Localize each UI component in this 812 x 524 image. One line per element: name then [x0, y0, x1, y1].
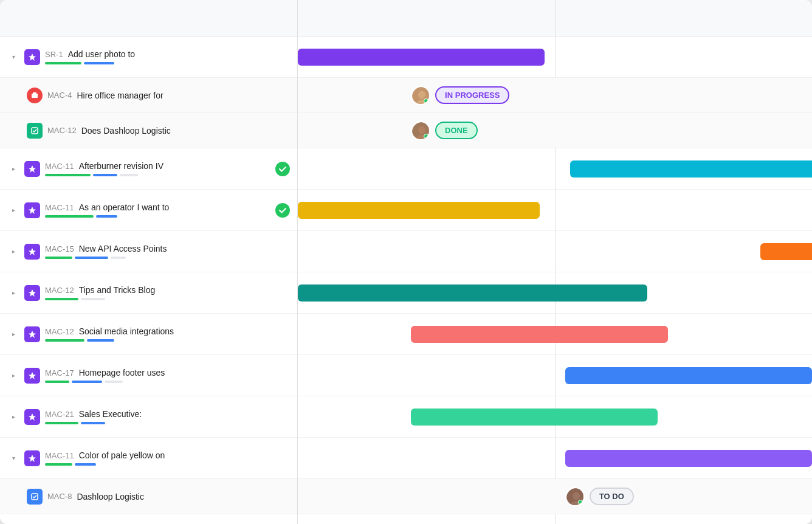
epic-info: MAC-8 Dashloop Logistic	[47, 492, 290, 502]
epic-icon-purple	[24, 202, 40, 218]
epic-title: Hire office manager for	[77, 91, 163, 100]
epic-row: ▸ MAC-21 Sales Executive:	[0, 396, 297, 438]
epic-title: Afterburner revision IV	[79, 161, 163, 171]
gantt-row	[298, 355, 812, 396]
expand-button[interactable]: ▸	[7, 287, 19, 299]
content-area: ▾ SR-1 Add user photo to MAC-4 Hire offi…	[0, 36, 812, 524]
svg-rect-1	[33, 92, 36, 94]
epic-id: MAC-11	[45, 162, 74, 171]
status-pill-in-progress: IN PROGRESS	[435, 86, 509, 104]
progress-bar	[93, 174, 117, 176]
epic-id-title: MAC-21 Sales Executive:	[45, 409, 290, 419]
epic-id-title: MAC-12 Does Dashloop Logistic	[47, 126, 290, 136]
progress-bars	[45, 339, 290, 342]
epic-id-title: MAC-11 Color of pale yellow on	[45, 450, 290, 460]
epic-id: MAC-11	[45, 451, 74, 460]
gantt-bar	[411, 409, 658, 426]
status-group: DONE	[411, 121, 478, 140]
progress-bars	[45, 215, 272, 218]
gantt-row	[298, 190, 812, 231]
epic-icon-purple	[24, 450, 40, 466]
epic-icon-purple	[24, 49, 40, 65]
epic-row: ▸ MAC-12 Tips and Tricks Blog	[0, 272, 297, 314]
progress-bar	[84, 62, 114, 64]
expand-button[interactable]: ▸	[7, 246, 19, 258]
child-gantt-row: TO DO	[298, 479, 812, 514]
epic-row: ▾ MAC-11 Color of pale yellow on	[0, 438, 297, 479]
header-row	[0, 0, 812, 36]
epic-info: SR-1 Add user photo to	[45, 49, 290, 64]
progress-bar	[81, 298, 105, 300]
progress-bars	[45, 257, 290, 259]
epic-list: ▾ SR-1 Add user photo to MAC-4 Hire offi…	[0, 36, 298, 524]
epic-title: Tips and Tricks Blog	[79, 285, 156, 295]
progress-bar	[45, 463, 72, 466]
avatar	[565, 487, 585, 506]
progress-bar	[75, 257, 108, 259]
epic-icon-red	[27, 88, 43, 103]
gantt-bar	[760, 243, 812, 260]
epic-info: MAC-12 Tips and Tricks Blog	[45, 285, 290, 300]
child-gantt-row: DONE	[298, 113, 812, 148]
gantt-bar	[411, 326, 668, 343]
gantt-bar	[298, 49, 545, 66]
epic-icon-purple	[24, 326, 40, 342]
expand-button[interactable]: ▸	[7, 411, 19, 423]
avatar-online-dot	[578, 500, 583, 505]
gantt-bar	[565, 450, 812, 467]
avatar-online-dot	[424, 134, 428, 139]
header-month-jun	[556, 0, 813, 36]
epic-info: MAC-11 As an operator I want to	[45, 202, 272, 218]
gantt-rows: IN PROGRESS DONE	[298, 36, 812, 514]
expand-button[interactable]: ▾	[7, 51, 19, 63]
epic-id-title: MAC-15 New API Access Points	[45, 244, 290, 253]
header-epic-col	[0, 0, 298, 36]
avatar	[411, 86, 430, 105]
gantt-row	[298, 36, 812, 78]
epic-title: Homepage footer uses	[79, 368, 165, 377]
gantt-row	[298, 396, 812, 438]
epic-title: Social media integrations	[79, 326, 174, 336]
progress-bars	[45, 381, 290, 383]
expand-button[interactable]: ▸	[7, 163, 19, 175]
gantt-row	[298, 438, 812, 479]
epic-icon-purple	[24, 368, 40, 384]
status-group: IN PROGRESS	[411, 86, 509, 105]
epic-info: MAC-4 Hire office manager for	[47, 91, 290, 100]
epic-row: ▸ MAC-11 As an operator I want to	[0, 190, 297, 231]
expand-button[interactable]: ▸	[7, 328, 19, 340]
epic-id: MAC-12	[45, 327, 74, 336]
svg-rect-0	[32, 94, 38, 98]
expand-button[interactable]: ▸	[7, 204, 19, 216]
epic-id: MAC-4	[47, 91, 72, 100]
status-pill-done: DONE	[435, 122, 478, 139]
epic-id: MAC-17	[45, 368, 74, 377]
epic-info: MAC-15 New API Access Points	[45, 244, 290, 259]
progress-bars	[45, 422, 290, 424]
epic-title: Dashloop Logistic	[77, 492, 144, 502]
expand-button[interactable]: ▸	[7, 370, 19, 382]
epic-id: MAC-8	[47, 492, 72, 501]
progress-bar	[45, 381, 69, 383]
epic-id: MAC-21	[45, 410, 74, 419]
progress-bar	[81, 422, 105, 424]
child-epic-row: MAC-12 Does Dashloop Logistic	[0, 113, 297, 148]
epic-id-title: MAC-17 Homepage footer uses	[45, 368, 290, 377]
epic-icon-purple	[24, 285, 40, 301]
epic-id-title: MAC-4 Hire office manager for	[47, 91, 290, 100]
svg-point-11	[573, 492, 580, 500]
expand-button[interactable]: ▾	[7, 452, 19, 464]
epic-id: MAC-12	[47, 126, 77, 135]
gantt-bar	[570, 160, 812, 178]
progress-bar	[45, 339, 84, 342]
epic-id: MAC-11	[45, 203, 74, 212]
progress-bar	[45, 215, 94, 218]
header-month-may	[298, 0, 556, 36]
progress-bar	[87, 339, 114, 342]
svg-point-8	[418, 126, 425, 134]
epic-title: Color of pale yellow on	[79, 450, 165, 460]
child-gantt-row: IN PROGRESS	[298, 78, 812, 113]
child-epic-row: MAC-8 Dashloop Logistic	[0, 479, 297, 514]
progress-bar	[96, 215, 117, 218]
progress-bar	[45, 257, 72, 259]
